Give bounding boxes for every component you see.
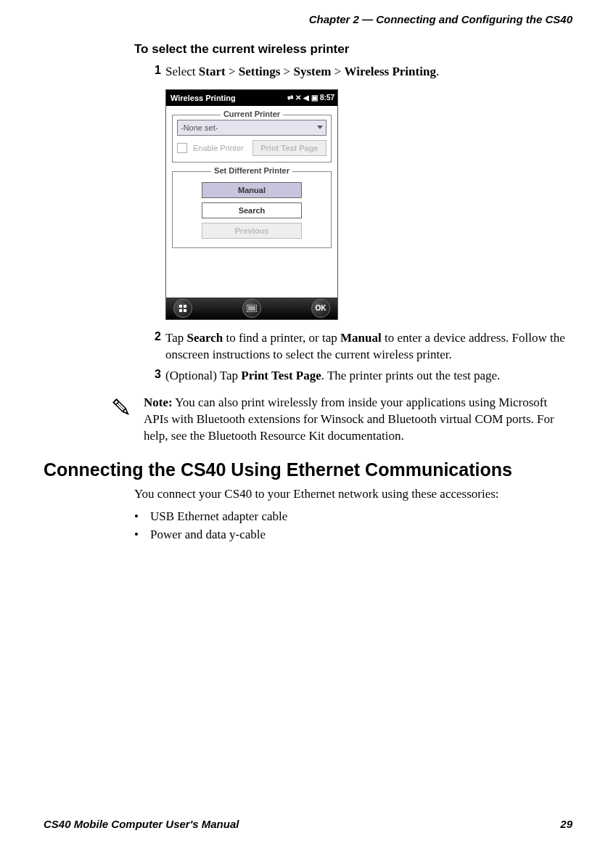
note: Note: You can also print wirelessly from… (109, 395, 572, 445)
bullet-text: USB Ethernet adapter cable (150, 507, 287, 526)
step-number: 2 (145, 330, 161, 364)
step-number: 1 (145, 64, 161, 81)
text: Tap (165, 331, 187, 345)
svg-rect-1 (184, 305, 186, 308)
footer-manual: CS40 Mobile Computer User's Manual (44, 818, 239, 830)
kw-print-test-page: Print Test Page (241, 369, 321, 382)
note-body: You can also print wirelessly from insid… (144, 395, 554, 443)
text: > (226, 65, 239, 78)
text: . (436, 65, 439, 78)
step-body: Select Start > Settings > System > Wirel… (165, 64, 439, 81)
step-1: 1 Select Start > Settings > System > Wir… (145, 64, 572, 81)
bullet-2: • Power and data y-cable (134, 525, 572, 544)
step-3: 3 (Optional) Tap Print Test Page. The pr… (145, 368, 572, 385)
footer-page: 29 (560, 818, 572, 830)
network-icon: ✕ (295, 94, 301, 102)
text: > (280, 65, 293, 78)
current-printer-group: Current Printer -None set- Enable Printe… (172, 115, 332, 163)
chapter-header: Chapter 2 — Connecting and Configuring t… (309, 13, 572, 25)
enable-printer-checkbox[interactable] (177, 143, 187, 153)
step-number: 3 (145, 368, 161, 385)
signal-icon: ⇄ (287, 94, 293, 102)
start-button[interactable] (173, 299, 192, 318)
titlebar: Wireless Printing ⇄ ✕ ◀ ▣ 8:57 (166, 90, 337, 106)
manual-button[interactable]: Manual (202, 182, 302, 198)
print-test-page-button[interactable]: Print Test Page (252, 140, 327, 156)
note-text: Note: You can also print wirelessly from… (144, 395, 572, 445)
text: . The printer prints out the test page. (321, 369, 501, 382)
set-different-printer-legend: Set Different Printer (211, 166, 292, 175)
status-tray: ⇄ ✕ ◀ ▣ 8:57 (287, 94, 334, 102)
volume-icon: ◀ (303, 94, 309, 102)
section-heading: Connecting the CS40 Using Ethernet Commu… (44, 459, 572, 480)
text: (Optional) Tap (165, 369, 241, 382)
kw-manual: Manual (340, 331, 382, 345)
enable-printer-label: Enable Printer (193, 144, 244, 152)
bullet-marker: • (134, 507, 150, 526)
ok-button[interactable]: OK (311, 299, 330, 318)
kw-search: Search (187, 331, 223, 345)
note-label: Note: (144, 395, 173, 409)
bullet-text: Power and data y-cable (150, 525, 266, 544)
search-button[interactable]: Search (202, 202, 302, 218)
kw-start: Start (199, 65, 226, 78)
svg-rect-2 (179, 309, 182, 312)
chevron-down-icon (317, 126, 323, 129)
previous-button[interactable]: Previous (202, 223, 302, 239)
bottombar: OK (166, 298, 337, 319)
app-title: Wireless Printing (171, 94, 236, 102)
text: to find a printer, or tap (223, 331, 340, 345)
printer-select-value: -None set- (181, 123, 218, 132)
bullet-marker: • (134, 525, 150, 544)
svg-rect-3 (184, 309, 186, 312)
pencil-icon (109, 395, 135, 445)
text: Select (165, 65, 199, 78)
clock: 8:57 (320, 94, 334, 102)
step-body: (Optional) Tap Print Test Page. The prin… (165, 368, 500, 385)
keyboard-button[interactable] (242, 299, 261, 318)
bullet-1: • USB Ethernet adapter cable (134, 507, 572, 526)
kw-wireless-printing: Wireless Printing (344, 65, 435, 78)
svg-rect-0 (179, 305, 182, 308)
section-intro: You connect your CS40 to your Ethernet n… (134, 486, 572, 503)
step-body: Tap Search to find a printer, or tap Man… (165, 330, 572, 364)
kw-settings: Settings (239, 65, 281, 78)
text: > (331, 65, 344, 78)
battery-icon: ▣ (311, 94, 318, 102)
subheading: To select the current wireless printer (134, 42, 572, 57)
step-2: 2 Tap Search to find a printer, or tap M… (145, 330, 572, 364)
current-printer-legend: Current Printer (221, 110, 283, 118)
kw-system: System (293, 65, 331, 78)
set-different-printer-group: Set Different Printer Manual Search Prev… (172, 171, 332, 248)
embedded-screenshot: Wireless Printing ⇄ ✕ ◀ ▣ 8:57 Current P… (165, 89, 572, 320)
printer-select[interactable]: -None set- (177, 120, 327, 136)
phone-frame: Wireless Printing ⇄ ✕ ◀ ▣ 8:57 Current P… (165, 89, 338, 320)
